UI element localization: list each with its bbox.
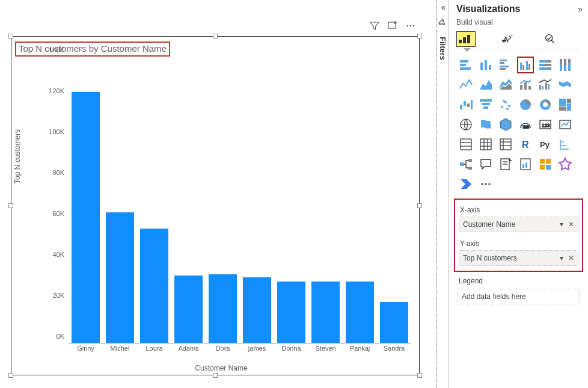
chevron-down-icon[interactable]: ▾ (560, 254, 563, 262)
megaphone-icon[interactable] (437, 17, 449, 29)
bar[interactable] (72, 92, 100, 343)
chart-visual-container[interactable]: Top N customers by Customer Name Top N c… (11, 36, 420, 375)
pie-icon[interactable] (517, 96, 534, 113)
svg-point-52 (506, 108, 509, 110)
svg-rect-11 (460, 67, 471, 70)
bar[interactable] (277, 282, 305, 343)
bar[interactable] (140, 229, 168, 343)
visual-header-toolbar (370, 21, 415, 31)
area-chart-icon[interactable] (477, 76, 494, 93)
r-visual-icon[interactable]: R (517, 136, 534, 153)
analytics-button[interactable] (541, 31, 560, 47)
svg-rect-18 (500, 68, 506, 70)
svg-point-1 (407, 25, 409, 27)
bar[interactable] (209, 274, 237, 343)
clustered-bar-icon[interactable] (497, 57, 514, 73)
chart-title: Top N customers by Customer Name (15, 42, 170, 57)
line-chart-icon[interactable] (458, 76, 474, 93)
remove-field-icon[interactable]: ✕ (568, 220, 574, 229)
resize-handle[interactable] (417, 203, 422, 208)
legend-placeholder: Add data fields here (462, 292, 526, 301)
donut-icon[interactable] (537, 96, 554, 113)
resize-handle[interactable] (417, 373, 422, 378)
power-automate-icon[interactable] (458, 176, 474, 192)
treemap-icon[interactable] (557, 96, 574, 113)
bar[interactable] (106, 212, 134, 343)
stacked-bar-icon[interactable] (458, 57, 474, 73)
filled-map-icon[interactable] (477, 116, 494, 133)
bar[interactable] (380, 302, 408, 343)
card-icon[interactable]: 123 (537, 116, 554, 133)
clustered-column-icon[interactable] (517, 57, 534, 73)
hundred-stacked-bar-icon[interactable] (537, 57, 554, 73)
appsource-icon[interactable] (537, 156, 554, 173)
waterfall-icon[interactable] (458, 96, 474, 113)
resize-handle[interactable] (417, 34, 422, 38)
resize-handle[interactable] (213, 373, 218, 378)
expand-pane-icon[interactable]: » (578, 4, 581, 14)
stacked-column-icon[interactable] (477, 57, 494, 73)
gauge-icon[interactable]: 123 (517, 116, 534, 133)
python-visual-icon[interactable]: Py (537, 136, 554, 153)
y-axis-field-name: Top N customers (463, 254, 517, 262)
multirow-card-icon[interactable] (458, 136, 474, 153)
resize-handle[interactable] (8, 34, 13, 38)
remove-field-icon[interactable]: ✕ (568, 254, 574, 262)
visualizations-title: Visualizations (456, 4, 520, 14)
decomposition-tree-icon[interactable] (458, 156, 474, 173)
svg-rect-88 (522, 164, 524, 168)
visualizations-pane: Visualizations » Build visual (449, 0, 588, 388)
more-options-icon[interactable] (406, 21, 415, 31)
y-axis-field-slot[interactable]: Top N customers ▾ ✕ (459, 250, 578, 266)
resize-handle[interactable] (8, 203, 13, 208)
svg-rect-89 (525, 162, 527, 168)
table-icon[interactable] (477, 136, 494, 153)
hundred-stacked-column-icon[interactable] (557, 57, 574, 73)
svg-rect-93 (546, 165, 551, 170)
scatter-icon[interactable] (497, 96, 514, 113)
line-clustered-column-icon[interactable] (537, 76, 554, 93)
matrix-icon[interactable] (497, 136, 514, 153)
collapse-pane-icon[interactable]: « (441, 2, 444, 12)
kpi-icon[interactable] (557, 116, 574, 133)
resize-handle[interactable] (8, 373, 13, 378)
svg-rect-21 (526, 61, 528, 70)
bar[interactable] (243, 277, 271, 343)
filters-label[interactable]: Filters (438, 37, 447, 60)
x-tick-label: Michel (106, 345, 134, 354)
y-tick-label: 140K (49, 46, 64, 54)
svg-rect-24 (547, 60, 551, 63)
format-visual-button[interactable] (498, 31, 518, 47)
more-icon[interactable] (477, 176, 494, 192)
y-tick-label: 60K (52, 210, 64, 217)
filter-icon[interactable] (370, 21, 379, 31)
legend-well-label: Legend (459, 277, 580, 285)
ribbon-chart-icon[interactable] (557, 76, 574, 93)
svg-rect-36 (524, 82, 527, 90)
svg-rect-28 (548, 67, 551, 70)
bar[interactable] (174, 276, 203, 343)
get-more-visuals-icon[interactable] (557, 156, 574, 173)
svg-rect-91 (546, 159, 551, 164)
map-icon[interactable] (458, 116, 474, 133)
svg-text:123: 123 (523, 125, 530, 129)
build-visual-button[interactable] (456, 31, 476, 47)
report-canvas[interactable]: Top N customers by Customer Name Top N c… (0, 0, 433, 388)
paginated-report-icon[interactable] (517, 156, 534, 173)
x-axis-field-slot[interactable]: Customer Name ▾ ✕ (459, 217, 578, 232)
bar[interactable] (346, 282, 374, 343)
qna-icon[interactable] (477, 156, 494, 173)
legend-field-slot[interactable]: Add data fields here (458, 289, 580, 304)
smart-narrative-icon[interactable] (497, 156, 514, 173)
stacked-area-icon[interactable] (497, 76, 514, 93)
bar[interactable] (311, 282, 340, 343)
focus-mode-icon[interactable] (388, 21, 397, 31)
chevron-down-icon[interactable]: ▾ (560, 220, 563, 229)
key-influencers-icon[interactable] (557, 136, 574, 153)
line-stacked-column-icon[interactable] (517, 76, 534, 93)
svg-rect-14 (489, 65, 491, 70)
svg-rect-47 (482, 103, 490, 105)
resize-handle[interactable] (213, 34, 218, 38)
azure-map-icon[interactable] (497, 116, 514, 133)
funnel-icon[interactable] (477, 96, 494, 113)
